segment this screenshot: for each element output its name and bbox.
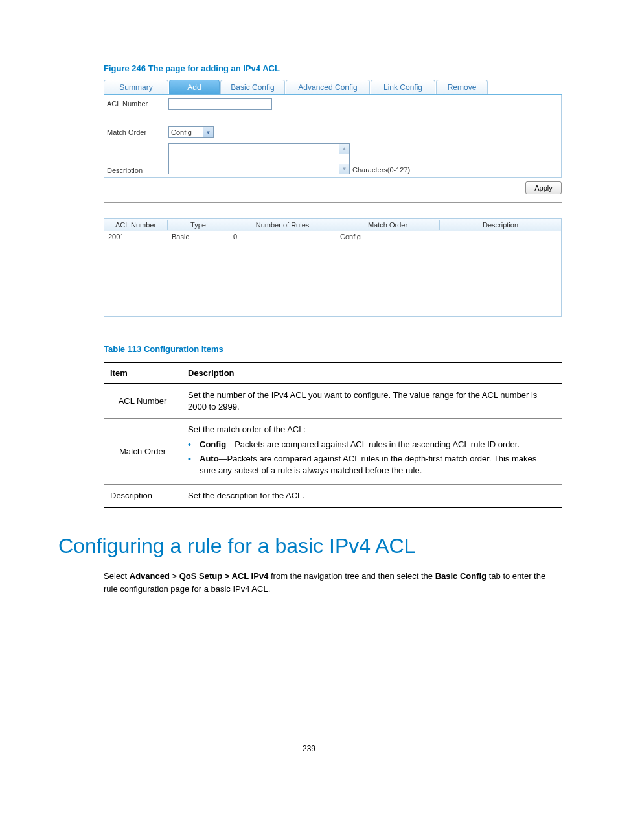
- grid-header-match: Match Order: [336, 220, 440, 230]
- tab-basic-config[interactable]: Basic Config: [220, 80, 285, 94]
- item-desc: Description: [104, 485, 181, 508]
- description-label: Description: [107, 155, 168, 174]
- tab-remove[interactable]: Remove: [436, 80, 488, 94]
- table-row: ACL Number Set the number of the IPv4 AC…: [104, 384, 562, 419]
- grid-header-rules: Number of Rules: [229, 220, 336, 230]
- config-items-table: Item Description ACL Number Set the numb…: [104, 362, 562, 508]
- grid-header-type: Type: [168, 220, 229, 230]
- table-row: Description Set the description for the …: [104, 485, 562, 508]
- page-number: 239: [58, 744, 560, 753]
- tab-add[interactable]: Add: [169, 80, 220, 94]
- table-caption: Table 113 Configuration items: [104, 344, 560, 354]
- acl-number-label: ACL Number: [107, 98, 168, 108]
- apply-button[interactable]: Apply: [525, 181, 562, 194]
- char-hint: Characters(0-127): [352, 166, 410, 174]
- scroll-down-icon[interactable]: ▼: [339, 164, 349, 174]
- table-row[interactable]: 2001 Basic 0 Config: [104, 231, 561, 242]
- tabs-row: Summary Add Basic Config Advanced Config…: [104, 80, 562, 95]
- match-order-select[interactable]: Config ▼: [168, 126, 214, 138]
- tab-advanced-config[interactable]: Advanced Config: [286, 80, 370, 94]
- grid-header-aclnum: ACL Number: [104, 220, 168, 230]
- cell-aclnum: 2001: [104, 231, 168, 242]
- match-order-value: Config: [171, 128, 192, 136]
- th-description: Description: [181, 362, 562, 384]
- list-item: Config—Packets are compared against ACL …: [188, 439, 555, 450]
- tab-summary[interactable]: Summary: [104, 80, 168, 94]
- table-row: Match Order Set the match order of the A…: [104, 419, 562, 485]
- grid-header-desc: Description: [440, 220, 561, 230]
- description-textarea[interactable]: ▲ ▼: [168, 143, 350, 174]
- cell-match: Config: [336, 231, 440, 242]
- desc-aclnum: Set the number of the IPv4 ACL you want …: [181, 384, 562, 419]
- acl-number-input[interactable]: [168, 98, 272, 110]
- body-paragraph: Select Advanced > QoS Setup > ACL IPv4 f…: [104, 570, 557, 595]
- cell-desc: [440, 231, 561, 242]
- item-aclnum: ACL Number: [104, 384, 181, 419]
- form-body: ACL Number Match Order Config ▼ Descript…: [104, 95, 562, 178]
- desc-desc: Set the description for the ACL.: [181, 485, 562, 508]
- desc-match: Set the match order of the ACL: Config—P…: [181, 419, 562, 485]
- item-match: Match Order: [104, 419, 181, 485]
- chevron-down-icon: ▼: [203, 127, 213, 137]
- acl-add-panel: Summary Add Basic Config Advanced Config…: [104, 80, 562, 203]
- tab-link-config[interactable]: Link Config: [371, 80, 435, 94]
- list-item: Auto—Packets are compared against ACL ru…: [188, 453, 555, 476]
- figure-caption: Figure 246 The page for adding an IPv4 A…: [104, 64, 560, 73]
- cell-type: Basic: [168, 231, 229, 242]
- th-item: Item: [104, 362, 181, 384]
- scroll-up-icon[interactable]: ▲: [339, 144, 349, 154]
- match-order-label: Match Order: [107, 126, 168, 136]
- acl-grid: ACL Number Type Number of Rules Match Or…: [104, 218, 562, 317]
- section-heading: Configuring a rule for a basic IPv4 ACL: [58, 534, 560, 558]
- cell-rules: 0: [229, 231, 336, 242]
